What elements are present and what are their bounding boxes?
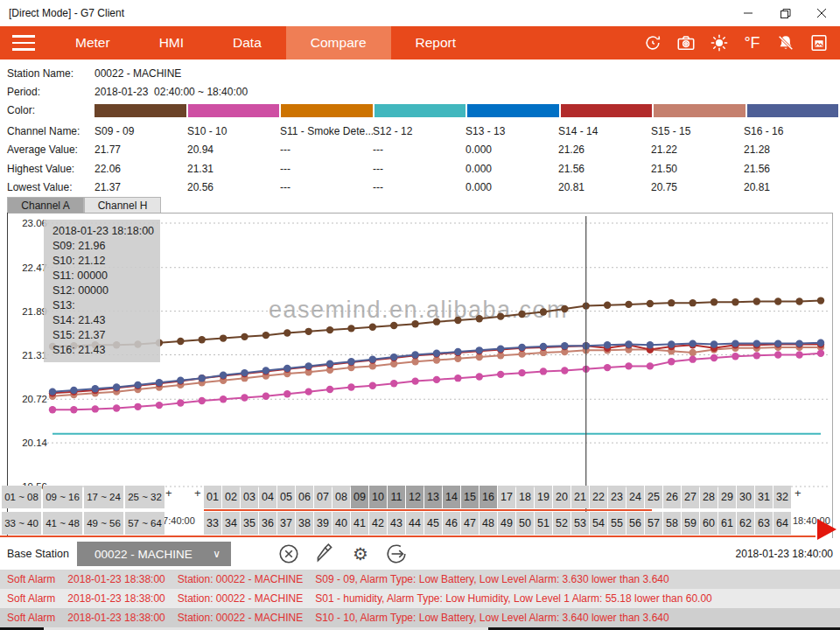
channel-button-54[interactable]: 54 [590, 512, 607, 535]
channel-button-16[interactable]: 16 [480, 486, 497, 508]
channel-button-63[interactable]: 63 [755, 512, 773, 535]
channel-button-02[interactable]: 02 [222, 486, 240, 508]
channel-button-51[interactable]: 51 [535, 512, 552, 535]
channel-button-10[interactable]: 10 [369, 486, 387, 508]
channel-button-21[interactable]: 21 [571, 486, 589, 508]
channel-button-19[interactable]: 19 [535, 486, 552, 508]
fahrenheit-icon[interactable]: °F [739, 32, 765, 54]
channel-button-50[interactable]: 50 [516, 512, 534, 535]
alarm-mute-icon[interactable] [773, 32, 798, 54]
channel-button-24[interactable]: 24 [626, 486, 644, 508]
channel-button-13[interactable]: 13 [424, 486, 442, 508]
alarm-row[interactable]: Soft Alarm 2018-01-23 18:38:00 Station: … [0, 589, 840, 608]
channel-button-20[interactable]: 20 [553, 486, 570, 508]
channel-button-59[interactable]: 59 [682, 512, 699, 535]
menu-item-compare[interactable]: Compare [286, 26, 391, 60]
channel-button-32[interactable]: 32 [774, 486, 791, 508]
channel-button-44[interactable]: 44 [406, 512, 424, 535]
channel-button-43[interactable]: 43 [388, 512, 405, 535]
edit-pencil-icon[interactable] [312, 542, 337, 566]
channel-button-61[interactable]: 61 [718, 512, 736, 535]
tab-channel-a[interactable]: Channel A [7, 197, 84, 213]
channel-button-64[interactable]: 64 [774, 512, 791, 535]
channel-group-41-48[interactable]: 41 ~ 48 [43, 512, 82, 535]
hamburger-menu-icon[interactable] [0, 26, 51, 60]
channel-button-09[interactable]: 09 [351, 486, 368, 508]
channel-button-27[interactable]: 27 [682, 486, 699, 508]
channel-button-25[interactable]: 25 [645, 486, 662, 508]
expand-plus-right[interactable]: + [794, 486, 802, 500]
channel-button-34[interactable]: 34 [222, 512, 240, 535]
channel-button-36[interactable]: 36 [259, 512, 276, 535]
menu-item-report[interactable]: Report [391, 26, 481, 60]
settings-gear-icon[interactable]: ⚙ [348, 542, 373, 566]
channel-group-49-56[interactable]: 49 ~ 56 [84, 512, 123, 535]
alarm-row[interactable]: Soft Alarm 2018-01-23 18:38:00 Station: … [0, 570, 840, 589]
channel-group-57-64[interactable]: 57 ~ 64 [125, 512, 164, 535]
channel-button-07[interactable]: 07 [314, 486, 332, 508]
channel-button-05[interactable]: 05 [277, 486, 295, 508]
base-station-dropdown[interactable]: 00022 - MACHINE ∨ [77, 542, 231, 566]
minimize-button[interactable] [730, 0, 766, 26]
maximize-button[interactable] [766, 0, 803, 26]
menu-item-hmi[interactable]: HMI [135, 26, 208, 60]
expand-plus-left[interactable]: + [165, 486, 172, 500]
channel-button-58[interactable]: 58 [663, 512, 681, 535]
export-arrow-icon[interactable] [384, 542, 409, 566]
channel-button-17[interactable]: 17 [498, 486, 515, 508]
scroll-right-arrow[interactable] [817, 519, 836, 540]
channel-button-41[interactable]: 41 [351, 512, 368, 535]
channel-button-14[interactable]: 14 [443, 486, 460, 508]
camera-icon[interactable] [673, 32, 698, 54]
tab-channel-h[interactable]: Channel H [84, 197, 161, 213]
channel-button-08[interactable]: 08 [332, 486, 350, 508]
channel-button-03[interactable]: 03 [241, 486, 258, 508]
clear-button[interactable] [276, 542, 301, 566]
channel-button-01[interactable]: 01 [204, 486, 221, 508]
channel-button-47[interactable]: 47 [461, 512, 479, 535]
channel-group-25-32[interactable]: 25 ~ 32 [125, 486, 164, 508]
channel-button-55[interactable]: 55 [608, 512, 626, 535]
channel-button-53[interactable]: 53 [571, 512, 589, 535]
channel-button-33[interactable]: 33 [204, 512, 221, 535]
channel-button-06[interactable]: 06 [296, 486, 313, 508]
channel-button-37[interactable]: 37 [277, 512, 295, 535]
channel-button-30[interactable]: 30 [737, 486, 754, 508]
brightness-icon[interactable] [706, 32, 732, 54]
expand-plus-mid[interactable]: + [194, 486, 201, 500]
channel-button-39[interactable]: 39 [314, 512, 332, 535]
channel-button-57[interactable]: 57 [645, 512, 662, 535]
channel-button-31[interactable]: 31 [755, 486, 773, 508]
channel-button-40[interactable]: 40 [332, 512, 350, 535]
channel-button-60[interactable]: 60 [700, 512, 718, 535]
channel-button-46[interactable]: 46 [443, 512, 460, 535]
channel-button-62[interactable]: 62 [737, 512, 754, 535]
channel-button-48[interactable]: 48 [480, 512, 497, 535]
channel-button-29[interactable]: 29 [718, 486, 736, 508]
channel-button-56[interactable]: 56 [626, 512, 644, 535]
channel-group-17-24[interactable]: 17 ~ 24 [84, 486, 123, 508]
channel-button-42[interactable]: 42 [369, 512, 387, 535]
channel-button-04[interactable]: 04 [259, 486, 276, 508]
menu-item-meter[interactable]: Meter [51, 26, 135, 60]
channel-button-49[interactable]: 49 [498, 512, 515, 535]
channel-group-33-40[interactable]: 33 ~ 40 [2, 512, 41, 535]
channel-button-26[interactable]: 26 [663, 486, 681, 508]
channel-button-38[interactable]: 38 [296, 512, 313, 535]
channel-button-11[interactable]: 11 [388, 486, 405, 508]
channel-group-01-08[interactable]: 01 ~ 08 [2, 486, 41, 508]
channel-button-52[interactable]: 52 [553, 512, 570, 535]
channel-button-28[interactable]: 28 [700, 486, 718, 508]
channel-button-15[interactable]: 15 [461, 486, 479, 508]
channel-group-09-16[interactable]: 09 ~ 16 [43, 486, 82, 508]
channel-button-23[interactable]: 23 [608, 486, 626, 508]
channel-button-35[interactable]: 35 [241, 512, 258, 535]
alarm-row[interactable]: Soft Alarm 2018-01-23 18:38:00 Station: … [0, 608, 840, 627]
menu-item-data[interactable]: Data [208, 26, 286, 60]
sync-icon[interactable] [640, 32, 665, 54]
channel-button-18[interactable]: 18 [516, 486, 534, 508]
close-button[interactable] [803, 0, 840, 26]
channel-button-22[interactable]: 22 [590, 486, 607, 508]
image-gallery-icon[interactable] [806, 32, 831, 54]
channel-button-12[interactable]: 12 [406, 486, 424, 508]
